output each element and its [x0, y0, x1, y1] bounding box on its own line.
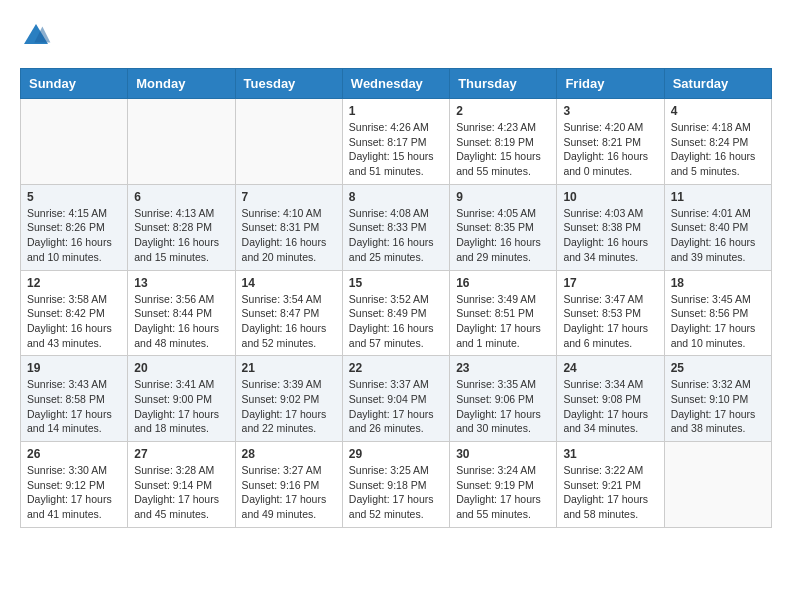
day-number: 11: [671, 190, 765, 204]
day-cell: 20Sunrise: 3:41 AM Sunset: 9:00 PM Dayli…: [128, 356, 235, 442]
day-cell: [21, 99, 128, 185]
day-cell: 19Sunrise: 3:43 AM Sunset: 8:58 PM Dayli…: [21, 356, 128, 442]
logo: [20, 20, 58, 52]
day-info: Sunrise: 3:27 AM Sunset: 9:16 PM Dayligh…: [242, 463, 336, 522]
day-number: 13: [134, 276, 228, 290]
day-number: 17: [563, 276, 657, 290]
day-info: Sunrise: 3:24 AM Sunset: 9:19 PM Dayligh…: [456, 463, 550, 522]
day-number: 10: [563, 190, 657, 204]
day-info: Sunrise: 4:10 AM Sunset: 8:31 PM Dayligh…: [242, 206, 336, 265]
day-info: Sunrise: 3:52 AM Sunset: 8:49 PM Dayligh…: [349, 292, 443, 351]
day-cell: 24Sunrise: 3:34 AM Sunset: 9:08 PM Dayli…: [557, 356, 664, 442]
day-number: 8: [349, 190, 443, 204]
day-info: Sunrise: 3:25 AM Sunset: 9:18 PM Dayligh…: [349, 463, 443, 522]
day-info: Sunrise: 3:35 AM Sunset: 9:06 PM Dayligh…: [456, 377, 550, 436]
day-cell: [128, 99, 235, 185]
day-info: Sunrise: 4:13 AM Sunset: 8:28 PM Dayligh…: [134, 206, 228, 265]
day-cell: 1Sunrise: 4:26 AM Sunset: 8:17 PM Daylig…: [342, 99, 449, 185]
week-row-4: 19Sunrise: 3:43 AM Sunset: 8:58 PM Dayli…: [21, 356, 772, 442]
day-number: 24: [563, 361, 657, 375]
day-info: Sunrise: 3:58 AM Sunset: 8:42 PM Dayligh…: [27, 292, 121, 351]
day-info: Sunrise: 3:45 AM Sunset: 8:56 PM Dayligh…: [671, 292, 765, 351]
day-info: Sunrise: 3:34 AM Sunset: 9:08 PM Dayligh…: [563, 377, 657, 436]
week-row-5: 26Sunrise: 3:30 AM Sunset: 9:12 PM Dayli…: [21, 442, 772, 528]
day-cell: 25Sunrise: 3:32 AM Sunset: 9:10 PM Dayli…: [664, 356, 771, 442]
day-number: 7: [242, 190, 336, 204]
day-info: Sunrise: 3:41 AM Sunset: 9:00 PM Dayligh…: [134, 377, 228, 436]
day-cell: 13Sunrise: 3:56 AM Sunset: 8:44 PM Dayli…: [128, 270, 235, 356]
calendar-body: 1Sunrise: 4:26 AM Sunset: 8:17 PM Daylig…: [21, 99, 772, 528]
day-cell: 31Sunrise: 3:22 AM Sunset: 9:21 PM Dayli…: [557, 442, 664, 528]
day-number: 30: [456, 447, 550, 461]
day-info: Sunrise: 3:32 AM Sunset: 9:10 PM Dayligh…: [671, 377, 765, 436]
day-number: 29: [349, 447, 443, 461]
day-cell: 18Sunrise: 3:45 AM Sunset: 8:56 PM Dayli…: [664, 270, 771, 356]
header-friday: Friday: [557, 69, 664, 99]
day-number: 28: [242, 447, 336, 461]
day-number: 27: [134, 447, 228, 461]
day-info: Sunrise: 4:15 AM Sunset: 8:26 PM Dayligh…: [27, 206, 121, 265]
day-info: Sunrise: 3:49 AM Sunset: 8:51 PM Dayligh…: [456, 292, 550, 351]
day-cell: 7Sunrise: 4:10 AM Sunset: 8:31 PM Daylig…: [235, 184, 342, 270]
header-saturday: Saturday: [664, 69, 771, 99]
day-cell: 2Sunrise: 4:23 AM Sunset: 8:19 PM Daylig…: [450, 99, 557, 185]
day-number: 31: [563, 447, 657, 461]
day-cell: 15Sunrise: 3:52 AM Sunset: 8:49 PM Dayli…: [342, 270, 449, 356]
day-cell: 28Sunrise: 3:27 AM Sunset: 9:16 PM Dayli…: [235, 442, 342, 528]
day-info: Sunrise: 3:37 AM Sunset: 9:04 PM Dayligh…: [349, 377, 443, 436]
day-cell: 11Sunrise: 4:01 AM Sunset: 8:40 PM Dayli…: [664, 184, 771, 270]
day-info: Sunrise: 4:05 AM Sunset: 8:35 PM Dayligh…: [456, 206, 550, 265]
day-info: Sunrise: 3:54 AM Sunset: 8:47 PM Dayligh…: [242, 292, 336, 351]
day-number: 4: [671, 104, 765, 118]
day-cell: 12Sunrise: 3:58 AM Sunset: 8:42 PM Dayli…: [21, 270, 128, 356]
day-number: 9: [456, 190, 550, 204]
header-tuesday: Tuesday: [235, 69, 342, 99]
day-info: Sunrise: 4:08 AM Sunset: 8:33 PM Dayligh…: [349, 206, 443, 265]
day-number: 22: [349, 361, 443, 375]
calendar-header: SundayMondayTuesdayWednesdayThursdayFrid…: [21, 69, 772, 99]
day-info: Sunrise: 4:23 AM Sunset: 8:19 PM Dayligh…: [456, 120, 550, 179]
day-number: 1: [349, 104, 443, 118]
header-sunday: Sunday: [21, 69, 128, 99]
day-info: Sunrise: 3:22 AM Sunset: 9:21 PM Dayligh…: [563, 463, 657, 522]
day-number: 3: [563, 104, 657, 118]
week-row-2: 5Sunrise: 4:15 AM Sunset: 8:26 PM Daylig…: [21, 184, 772, 270]
day-cell: 22Sunrise: 3:37 AM Sunset: 9:04 PM Dayli…: [342, 356, 449, 442]
header-monday: Monday: [128, 69, 235, 99]
week-row-1: 1Sunrise: 4:26 AM Sunset: 8:17 PM Daylig…: [21, 99, 772, 185]
day-cell: 3Sunrise: 4:20 AM Sunset: 8:21 PM Daylig…: [557, 99, 664, 185]
day-info: Sunrise: 4:01 AM Sunset: 8:40 PM Dayligh…: [671, 206, 765, 265]
day-cell: [664, 442, 771, 528]
day-number: 16: [456, 276, 550, 290]
day-number: 20: [134, 361, 228, 375]
day-number: 12: [27, 276, 121, 290]
day-cell: [235, 99, 342, 185]
day-info: Sunrise: 4:26 AM Sunset: 8:17 PM Dayligh…: [349, 120, 443, 179]
day-cell: 26Sunrise: 3:30 AM Sunset: 9:12 PM Dayli…: [21, 442, 128, 528]
day-cell: 16Sunrise: 3:49 AM Sunset: 8:51 PM Dayli…: [450, 270, 557, 356]
day-info: Sunrise: 3:56 AM Sunset: 8:44 PM Dayligh…: [134, 292, 228, 351]
logo-icon: [20, 20, 52, 52]
header-thursday: Thursday: [450, 69, 557, 99]
week-row-3: 12Sunrise: 3:58 AM Sunset: 8:42 PM Dayli…: [21, 270, 772, 356]
day-cell: 23Sunrise: 3:35 AM Sunset: 9:06 PM Dayli…: [450, 356, 557, 442]
day-cell: 30Sunrise: 3:24 AM Sunset: 9:19 PM Dayli…: [450, 442, 557, 528]
calendar-table: SundayMondayTuesdayWednesdayThursdayFrid…: [20, 68, 772, 528]
day-number: 14: [242, 276, 336, 290]
day-cell: 8Sunrise: 4:08 AM Sunset: 8:33 PM Daylig…: [342, 184, 449, 270]
day-cell: 17Sunrise: 3:47 AM Sunset: 8:53 PM Dayli…: [557, 270, 664, 356]
day-cell: 4Sunrise: 4:18 AM Sunset: 8:24 PM Daylig…: [664, 99, 771, 185]
day-number: 19: [27, 361, 121, 375]
day-cell: 21Sunrise: 3:39 AM Sunset: 9:02 PM Dayli…: [235, 356, 342, 442]
day-number: 5: [27, 190, 121, 204]
day-number: 15: [349, 276, 443, 290]
header-wednesday: Wednesday: [342, 69, 449, 99]
day-info: Sunrise: 4:18 AM Sunset: 8:24 PM Dayligh…: [671, 120, 765, 179]
day-cell: 14Sunrise: 3:54 AM Sunset: 8:47 PM Dayli…: [235, 270, 342, 356]
header-row: SundayMondayTuesdayWednesdayThursdayFrid…: [21, 69, 772, 99]
day-number: 25: [671, 361, 765, 375]
day-info: Sunrise: 3:39 AM Sunset: 9:02 PM Dayligh…: [242, 377, 336, 436]
day-cell: 6Sunrise: 4:13 AM Sunset: 8:28 PM Daylig…: [128, 184, 235, 270]
day-info: Sunrise: 4:20 AM Sunset: 8:21 PM Dayligh…: [563, 120, 657, 179]
day-number: 21: [242, 361, 336, 375]
